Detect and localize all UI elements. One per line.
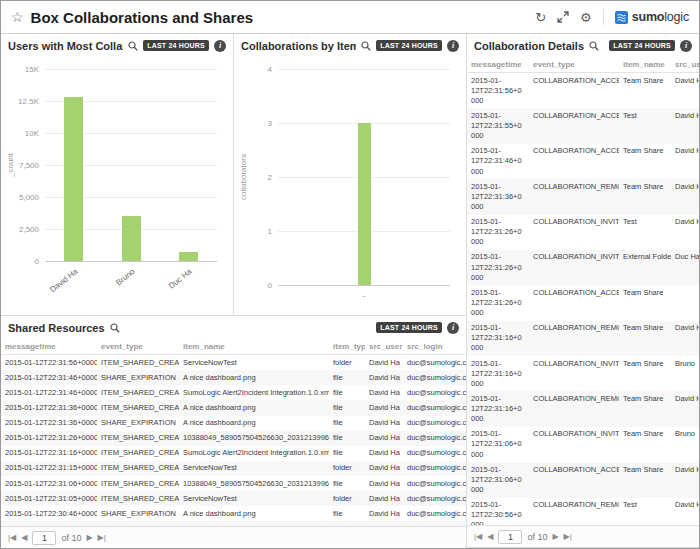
table-row[interactable]: 2015-01- 12T22:31:36+0000COLLABORATION_R… <box>467 179 699 214</box>
page-count-label: of 10 <box>527 532 547 542</box>
table-row[interactable]: 2015-01- 12T22:31:16+0000COLLABORATION_R… <box>467 391 699 426</box>
table-row[interactable]: 2015-01-12T22:31:46+0000ITEM_SHARED_CREA… <box>1 385 466 400</box>
table-cell: 2015-01- 12T22:31:16+0000 <box>467 391 529 426</box>
refresh-icon[interactable]: ↻ <box>535 11 546 24</box>
table-cell: ITEM_SHARED_CREATE <box>97 461 179 476</box>
table-cell: COLLABORATION_INVITE <box>529 356 619 391</box>
table-row[interactable]: 2015-01- 12T22:31:16+0000COLLABORATION_I… <box>467 356 699 391</box>
table-row[interactable]: 2015-01- 12T22:31:56+0000COLLABORATION_A… <box>467 73 699 109</box>
table-cell: duc@sumologic.com <box>403 446 466 461</box>
table-cell: David Ha <box>671 498 699 526</box>
info-icon[interactable]: i <box>447 322 459 334</box>
table-cell: COLLABORATION_INVITE <box>529 250 619 285</box>
info-icon[interactable]: i <box>680 40 692 52</box>
table-cell: David Ha <box>671 391 699 426</box>
chart-bar-..[interactable] <box>358 123 371 285</box>
info-icon[interactable]: i <box>214 40 226 52</box>
page-count-label: of 10 <box>61 533 81 543</box>
column-header-event_type[interactable]: event_type <box>97 339 179 355</box>
table-row[interactable]: 2015-01-12T22:31:05+0000ITEM_SHARED_CREA… <box>1 491 466 506</box>
table-cell: COLLABORATION_INVITE <box>529 427 619 462</box>
gridline <box>278 69 450 70</box>
y-tick-label: 7,500 <box>1 161 39 170</box>
chart-bar-David Ha[interactable] <box>64 97 83 261</box>
table-cell: A nice dashboard.png <box>179 400 329 415</box>
table-row[interactable]: 2015-01- 12T22:31:26+0000COLLABORATION_A… <box>467 285 699 320</box>
table-cell: SHARE_EXPIRATION <box>97 506 179 521</box>
table-row[interactable]: 2015-01- 12T22:31:26+0000COLLABORATION_I… <box>467 250 699 285</box>
table-row[interactable]: 2015-01-12T22:31:06+0000ITEM_SHARED_CREA… <box>1 476 466 491</box>
table-row[interactable]: 2015-01- 12T22:31:26+0000COLLABORATION_I… <box>467 215 699 250</box>
table-row[interactable]: 2015-01- 12T22:31:55+0000COLLABORATION_A… <box>467 108 699 143</box>
x-axis-line <box>278 285 450 286</box>
table-cell: Test <box>619 108 671 143</box>
table-row[interactable]: 2015-01-12T22:31:26+0000ITEM_SHARED_CREA… <box>1 431 466 446</box>
last-page-button[interactable]: ▶| <box>564 532 572 541</box>
search-icon[interactable] <box>589 41 599 51</box>
y-tick-label: 4 <box>234 65 272 74</box>
table-cell: duc@sumologic.com <box>403 400 466 415</box>
info-icon[interactable]: i <box>447 40 459 52</box>
table-cell: COLLABORATION_ACCEPT <box>529 285 619 320</box>
page-input[interactable] <box>498 530 522 544</box>
table-row[interactable]: 2015-01-12T22:31:46+0000SHARE_EXPIRATION… <box>1 370 466 385</box>
chart-bar-Duc Ha[interactable] <box>179 252 198 261</box>
first-page-button[interactable]: |◀ <box>474 532 482 541</box>
shared-resources-table: messagetimeevent_typeitem_nameitem_types… <box>1 339 466 526</box>
y-tick-label: 2,500 <box>1 225 39 234</box>
chart-bar-Bruno[interactable] <box>122 216 141 261</box>
table-row[interactable]: 2015-01- 12T22:31:16+0000COLLABORATION_R… <box>467 321 699 356</box>
column-header-messagetime[interactable]: messagetime <box>1 339 97 355</box>
search-icon[interactable] <box>110 323 120 333</box>
table-row[interactable]: 2015-01-12T22:31:36+0000SHARE_EXPIRATION… <box>1 416 466 431</box>
shared-resources-scroll-area[interactable]: messagetimeevent_typeitem_nameitem_types… <box>1 339 466 526</box>
last-page-button[interactable]: ▶| <box>98 533 106 542</box>
table-cell: COLLABORATION_REMOVE <box>529 498 619 526</box>
table-cell: 2015-01- 12T22:31:06+0000 <box>467 427 529 462</box>
table-cell: 2015-01-12T22:31:05+0000 <box>1 491 97 506</box>
table-row[interactable]: 2015-01-12T22:30:46+0000SHARE_EXPIRATION… <box>1 506 466 521</box>
first-page-button[interactable]: |◀ <box>8 533 16 542</box>
panel-title: Collaborations by Item <box>241 40 356 52</box>
table-row[interactable]: 2015-01- 12T22:31:46+0000COLLABORATION_A… <box>467 144 699 179</box>
expand-icon[interactable] <box>557 11 569 23</box>
time-range-badge: LAST 24 HOURS <box>376 40 442 51</box>
table-cell: ITEM_SHARED_CREATE <box>97 400 179 415</box>
favorite-star-icon[interactable]: ☆ <box>11 9 24 25</box>
panel-collaborations-by-item: Collaborations by Item LAST 24 HOURS i c… <box>234 34 467 316</box>
column-header-src_user[interactable]: src_user <box>365 339 403 355</box>
table-cell: 2015-01-12T22:31:15+0000 <box>1 461 97 476</box>
table-row[interactable]: 2015-01-12T22:31:56+0000ITEM_SHARED_CREA… <box>1 355 466 371</box>
table-row[interactable]: 2015-01-12T22:31:36+0000ITEM_SHARED_CREA… <box>1 400 466 415</box>
table-row[interactable]: 2015-01- 12T22:31:06+0000COLLABORATION_A… <box>467 462 699 497</box>
table-cell: COLLABORATION_REMOVE <box>529 179 619 214</box>
page-input[interactable] <box>32 531 56 545</box>
table-row[interactable]: 2015-01-12T22:31:16+0000ITEM_SHARED_CREA… <box>1 446 466 461</box>
table-cell: David Ha <box>365 491 403 506</box>
table-cell: External Folder(2593205577) <box>619 250 671 285</box>
gear-icon[interactable]: ⚙ <box>580 11 592 24</box>
y-tick-label: 0 <box>234 281 272 290</box>
prev-page-button[interactable]: ◀ <box>487 532 493 541</box>
users-bar-chart: _count15K12.5K10K7,5005,0002,5000David H… <box>1 57 233 315</box>
search-icon[interactable] <box>128 41 138 51</box>
column-header-event_type[interactable]: event_type <box>529 57 619 73</box>
column-header-item_name[interactable]: item_name <box>179 339 329 355</box>
column-header-item_type[interactable]: item_type <box>329 339 365 355</box>
table-row[interactable]: 2015-01-12T22:31:15+0000ITEM_SHARED_CREA… <box>1 461 466 476</box>
sumologic-logo: sumologic <box>615 10 689 24</box>
table-cell: duc@sumologic.com <box>403 506 466 521</box>
next-page-button[interactable]: ▶ <box>552 532 558 541</box>
prev-page-button[interactable]: ◀ <box>21 533 27 542</box>
table-cell: A nice dashboard.png <box>179 370 329 385</box>
collaboration-details-scroll-area[interactable]: messagetimeevent_typeitem_namesrc_user 2… <box>467 57 699 525</box>
column-header-src_login[interactable]: src_login <box>403 339 466 355</box>
column-header-src_user[interactable]: src_user <box>671 57 699 73</box>
next-page-button[interactable]: ▶ <box>86 533 92 542</box>
sumologic-logo-icon <box>615 11 628 24</box>
table-row[interactable]: 2015-01- 12T22:31:06+0000COLLABORATION_I… <box>467 427 699 462</box>
search-icon[interactable] <box>361 41 371 51</box>
table-row[interactable]: 2015-01- 12T22:30:56+0000COLLABORATION_R… <box>467 498 699 526</box>
column-header-item_name[interactable]: item_name <box>619 57 671 73</box>
column-header-messagetime[interactable]: messagetime <box>467 57 529 73</box>
